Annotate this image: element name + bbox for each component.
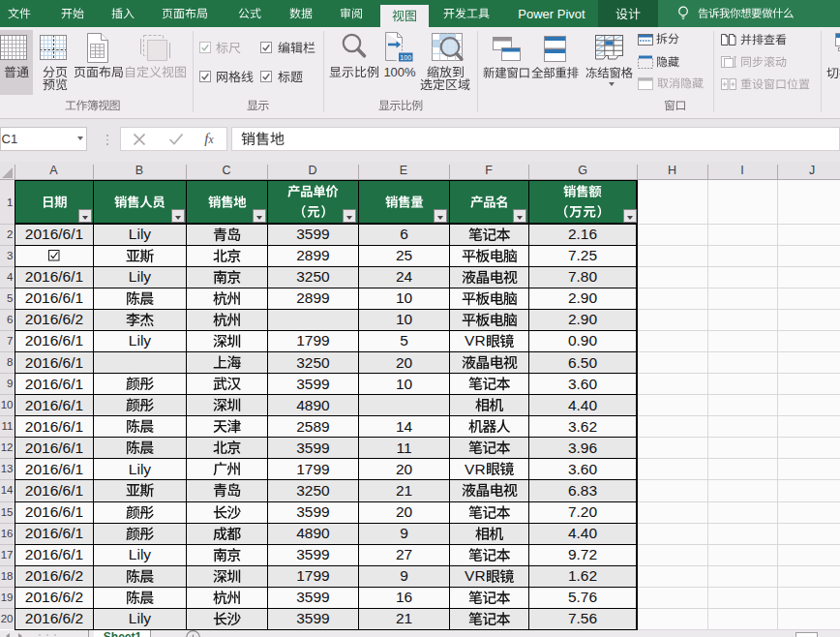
svg-text:100: 100: [400, 54, 411, 61]
